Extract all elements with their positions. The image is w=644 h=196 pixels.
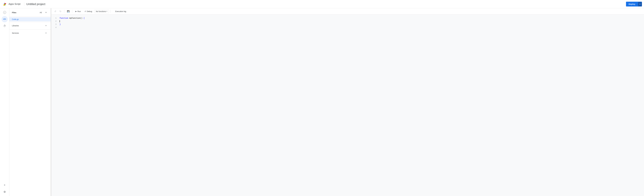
sidebar-header: Files AZ + (9, 8, 51, 17)
apps-script-logo (2, 2, 7, 7)
logo-area: Apps Script (2, 2, 20, 7)
run-label: Run (78, 10, 81, 12)
code-line-3: } (58, 23, 644, 26)
deploy-button[interactable]: Deploy ▾ (626, 2, 642, 6)
toolbar-sep-3 (110, 10, 111, 13)
header: Apps Script Untitled project Deploy ▾ (0, 0, 644, 8)
editor-area: ↺ ↻ 💾 ▶ Run ↺ Debug No functions ▾ (51, 8, 644, 196)
add-library-icon: + (45, 24, 47, 27)
triggers-icon: ⏱ (3, 24, 6, 28)
add-library-button[interactable]: + (44, 24, 48, 28)
execution-log-button[interactable]: Execution log (113, 10, 128, 13)
sidebar-item-info[interactable]: i (2, 9, 8, 16)
icon-bar: i </> ⏱ ≡ ⚙ (0, 8, 9, 196)
sidebar-item-executions[interactable]: ≡ (2, 182, 8, 188)
toolbar-sep-1 (64, 10, 64, 13)
services-label: Services (12, 32, 19, 34)
sidebar-item-editor[interactable]: </> (2, 16, 8, 22)
add-file-icon: + (45, 11, 47, 14)
add-file-button[interactable]: + (44, 10, 48, 14)
line-number-2: 2 (54, 20, 56, 23)
editor-icon: </> (3, 18, 6, 20)
main-layout: i </> ⏱ ≡ ⚙ Files AZ + (0, 8, 644, 196)
app-name: Apps Script (8, 3, 20, 6)
sort-az-icon: AZ (40, 12, 42, 14)
executions-icon: ≡ (4, 184, 5, 186)
sidebar: Files AZ + Code.gs Libraries + (9, 8, 51, 196)
run-button[interactable]: ▶ Run (74, 10, 82, 13)
run-icon: ▶ (76, 10, 77, 12)
no-functions-label: No functions (96, 10, 106, 12)
save-icon: 💾 (67, 10, 70, 12)
file-item-code-gs[interactable]: Code.gs (9, 17, 51, 22)
code-line-2 (58, 20, 644, 23)
code-line-1: function myFunction() { (58, 16, 644, 20)
sidebar-scroll: Code.gs Libraries + Services + (9, 17, 51, 196)
undo-button[interactable]: ↺ (53, 9, 58, 14)
file-name-code-gs: Code.gs (12, 18, 19, 20)
code-editor[interactable]: 1 2 3 4 function myFunction() { } (51, 14, 644, 196)
toolbar: ↺ ↻ 💾 ▶ Run ↺ Debug No functions ▾ (51, 8, 644, 14)
no-functions-arrow: ▾ (106, 10, 107, 12)
sidebar-title: Files (12, 12, 16, 14)
settings-icon: ⚙ (4, 190, 6, 194)
text-cursor (60, 20, 60, 22)
services-section[interactable]: Services + (9, 29, 51, 37)
debug-icon: ↺ (84, 10, 86, 12)
add-service-button[interactable]: + (44, 31, 48, 35)
redo-button[interactable]: ↻ (58, 9, 63, 14)
debug-label: Debug (87, 10, 92, 12)
header-left: Apps Script Untitled project (2, 2, 45, 7)
file-list: Code.gs (9, 17, 51, 22)
debug-button[interactable]: ↺ Debug (83, 10, 94, 13)
save-button[interactable]: 💾 (66, 9, 70, 14)
deploy-dropdown-arrow[interactable]: ▾ (638, 2, 642, 6)
sidebar-item-triggers[interactable]: ⏱ (2, 23, 8, 29)
redo-icon: ↻ (60, 10, 62, 13)
line-number-3: 3 (54, 23, 56, 26)
libraries-section[interactable]: Libraries + (9, 22, 51, 29)
project-name[interactable]: Untitled project (24, 2, 45, 6)
libraries-label: Libraries (12, 25, 19, 27)
no-functions-selector[interactable]: No functions ▾ (94, 10, 109, 13)
line-number-1: 1 (54, 16, 56, 20)
line-number-4: 4 (54, 26, 56, 29)
info-icon: i (3, 11, 6, 14)
execution-log-label: Execution log (115, 10, 126, 12)
sidebar-actions: AZ + (39, 10, 48, 14)
code-content[interactable]: function myFunction() { } (58, 14, 644, 196)
deploy-button-label: Deploy (626, 2, 638, 6)
line-numbers: 1 2 3 4 (51, 14, 58, 196)
add-service-icon: + (45, 32, 47, 34)
sort-files-button[interactable]: AZ (39, 10, 43, 14)
sidebar-item-settings[interactable]: ⚙ (2, 189, 8, 195)
undo-icon: ↺ (54, 10, 56, 13)
